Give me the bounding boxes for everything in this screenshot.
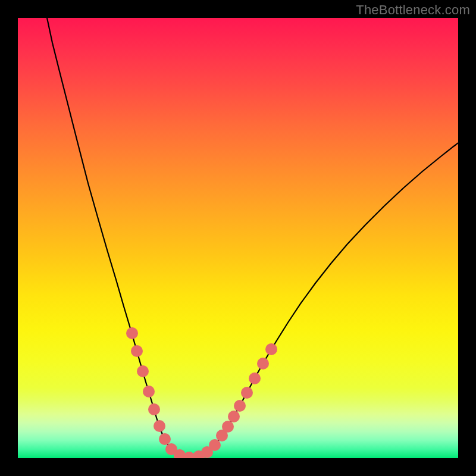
marker-dots-group	[126, 327, 277, 458]
plot-area	[18, 18, 458, 458]
marker-dot	[228, 411, 240, 422]
watermark-text: TheBottleneck.com	[356, 2, 470, 18]
marker-dot	[241, 387, 253, 399]
marker-dot	[257, 358, 269, 369]
marker-dot	[131, 345, 143, 357]
curve-svg	[18, 18, 458, 458]
marker-dot	[234, 400, 246, 412]
marker-dot	[126, 327, 138, 339]
marker-dot	[249, 372, 261, 384]
marker-dot	[209, 439, 221, 451]
marker-dot	[154, 420, 165, 432]
chart-frame: TheBottleneck.com	[0, 0, 476, 476]
marker-dot	[159, 433, 171, 445]
marker-dot	[148, 403, 160, 415]
marker-dot	[143, 386, 155, 397]
marker-dot	[265, 343, 277, 355]
marker-dot	[137, 365, 149, 377]
marker-dot	[222, 421, 234, 433]
